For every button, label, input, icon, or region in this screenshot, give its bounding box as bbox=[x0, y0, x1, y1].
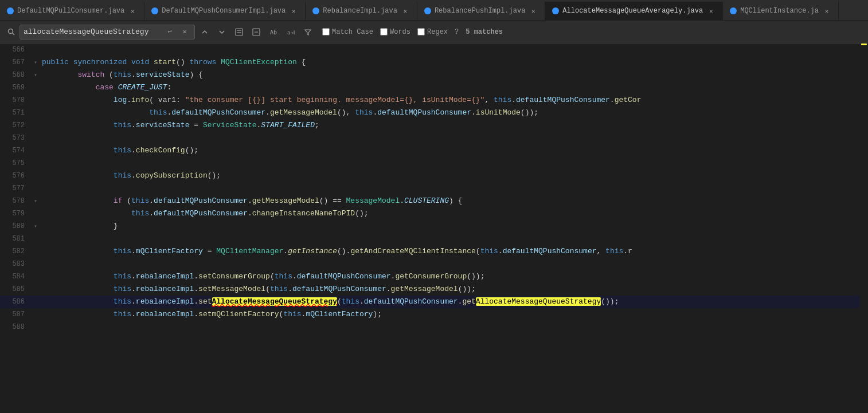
code-line-587: 587 this.rebalanceImpl.setmQClientFactor… bbox=[0, 308, 860, 321]
svg-rect-4 bbox=[237, 32, 241, 33]
line-number-577: 577 bbox=[0, 184, 32, 192]
line-content-586: this.rebalanceImpl.setAllocateMessageQue… bbox=[40, 296, 619, 308]
line-number-586: 586 bbox=[0, 298, 32, 306]
search-icon bbox=[5, 26, 17, 38]
regex-checkbox[interactable] bbox=[417, 28, 425, 36]
replace-button[interactable]: a→b bbox=[283, 25, 298, 40]
match-case-checkbox[interactable] bbox=[322, 28, 330, 36]
line-content-569: case CREATE_JUST: bbox=[40, 81, 171, 94]
line-number-570: 570 bbox=[0, 96, 32, 104]
select-all-matches-button[interactable] bbox=[232, 25, 247, 40]
code-line-585: 585 this.rebalanceImpl.setMessageModel(t… bbox=[0, 283, 860, 296]
line-content-571: this.defaultMQPushConsumer.getMessageMod… bbox=[40, 107, 538, 119]
code-line-582: 582 this.mQClientFactory = MQClientManag… bbox=[0, 245, 860, 258]
code-line-580: 580▾ } bbox=[0, 220, 860, 233]
tab-icon-1 bbox=[7, 7, 14, 14]
line-number-585: 585 bbox=[0, 285, 32, 293]
search-next-button[interactable] bbox=[214, 25, 229, 40]
search-input[interactable] bbox=[24, 27, 161, 36]
match-case-option[interactable]: Match Case bbox=[322, 28, 373, 36]
svg-text:Ab: Ab bbox=[270, 29, 277, 36]
words-checkbox[interactable] bbox=[380, 28, 388, 36]
tab-close-3[interactable]: ✕ bbox=[401, 6, 410, 15]
code-line-588: 588 bbox=[0, 321, 860, 333]
line-number-574: 574 bbox=[0, 147, 32, 155]
line-content-568: switch (this.serviceState) { bbox=[40, 69, 203, 81]
tab-icon-3 bbox=[312, 7, 319, 14]
tab-label-4: RebalancePushImpl.java bbox=[435, 7, 525, 15]
match-case-label: Match Case bbox=[332, 28, 373, 36]
tab-label-6: MQClientInstance.ja bbox=[740, 7, 819, 15]
tab-close-2[interactable]: ✕ bbox=[289, 6, 298, 15]
tab-bar: DefaultMQPullConsumer.java ✕ DefaultMQPu… bbox=[0, 0, 868, 21]
line-content-585: this.rebalanceImpl.setMessageModel(this.… bbox=[40, 283, 476, 296]
code-line-572: 572 this.serviceState = ServiceState.STA… bbox=[0, 119, 860, 132]
code-line-566: 566 bbox=[0, 44, 860, 56]
fold-indicator-580[interactable]: ▾ bbox=[32, 223, 40, 230]
fold-indicator-568[interactable]: ▾ bbox=[32, 72, 40, 78]
search-options: Match Case Words Regex ? bbox=[322, 28, 459, 36]
search-prev-button[interactable] bbox=[197, 25, 212, 40]
filter-button[interactable] bbox=[300, 25, 315, 40]
tab-close-1[interactable]: ✕ bbox=[128, 6, 137, 15]
regex-option[interactable]: Regex bbox=[417, 28, 448, 36]
line-content-580: } bbox=[40, 220, 118, 233]
overview-ruler bbox=[860, 44, 868, 413]
line-number-567: 567 bbox=[0, 58, 32, 66]
tab-icon-4 bbox=[424, 7, 431, 14]
tab-close-5[interactable]: ✕ bbox=[706, 6, 715, 15]
fold-indicator-567[interactable]: ▾ bbox=[32, 59, 40, 66]
tab-label-1: DefaultMQPullConsumer.java bbox=[17, 7, 124, 15]
fold-indicator-578[interactable]: ▾ bbox=[32, 198, 40, 204]
code-line-575: 575 bbox=[0, 157, 860, 170]
code-line-581: 581 bbox=[0, 233, 860, 245]
line-number-583: 583 bbox=[0, 260, 32, 268]
search-input-wrap: ↩ ✕ bbox=[19, 25, 195, 40]
line-number-569: 569 bbox=[0, 84, 32, 92]
match-count: 5 matches bbox=[466, 28, 503, 36]
code-line-579: 579 this.defaultMQPushConsumer.changeIns… bbox=[0, 207, 860, 220]
code-line-568: 568▾ switch (this.serviceState) { bbox=[0, 69, 860, 81]
code-line-584: 584 this.rebalanceImpl.setConsumerGroup(… bbox=[0, 270, 860, 283]
line-content-582: this.mQClientFactory = MQClientManager.g… bbox=[40, 245, 632, 258]
search-help-button[interactable]: ? bbox=[455, 28, 459, 36]
code-line-569: 569 case CREATE_JUST: bbox=[0, 81, 860, 94]
words-option[interactable]: Words bbox=[380, 28, 410, 36]
code-line-570: 570 log.info( var1: "the consumer [{}] s… bbox=[0, 94, 860, 107]
tab-label-5: AllocateMessageQueueAveragely.java bbox=[562, 7, 703, 15]
line-number-587: 587 bbox=[0, 310, 32, 318]
code-line-576: 576 this.copySubscription(); bbox=[0, 170, 860, 182]
tab-file-4[interactable]: RebalancePushImpl.java ✕ bbox=[417, 2, 545, 20]
tab-close-4[interactable]: ✕ bbox=[529, 6, 538, 15]
line-number-571: 571 bbox=[0, 109, 32, 117]
tab-file-1[interactable]: DefaultMQPullConsumer.java ✕ bbox=[0, 2, 144, 20]
line-content-567: public synchronized void start() throws … bbox=[40, 56, 306, 69]
line-number-584: 584 bbox=[0, 273, 32, 281]
preserve-case-button[interactable]: Ab bbox=[266, 25, 281, 40]
code-line-571: 571 this.defaultMQPushConsumer.getMessag… bbox=[0, 107, 860, 119]
tab-close-6[interactable]: ✕ bbox=[822, 6, 831, 15]
tab-label-2: DefaultMQPushConsumerImpl.java bbox=[162, 7, 286, 15]
code-line-573: 573 bbox=[0, 132, 860, 144]
line-content-579: this.defaultMQPushConsumer.changeInstanc… bbox=[40, 207, 369, 220]
line-content-584: this.rebalanceImpl.setConsumerGroup(this… bbox=[40, 270, 484, 283]
clear-search-icon[interactable]: ↩ bbox=[163, 26, 176, 38]
tab-file-5[interactable]: AllocateMessageQueueAveragely.java ✕ bbox=[545, 2, 723, 20]
find-in-selection-button[interactable] bbox=[249, 25, 264, 40]
line-number-578: 578 bbox=[0, 197, 32, 205]
svg-line-1 bbox=[12, 33, 14, 36]
line-number-581: 581 bbox=[0, 235, 32, 243]
tab-label-3: RebalanceImpl.java bbox=[323, 7, 397, 15]
tab-icon-2 bbox=[151, 7, 158, 14]
code-content: 566567▾public synchronized void start() … bbox=[0, 44, 860, 413]
line-number-580: 580 bbox=[0, 222, 32, 230]
line-number-576: 576 bbox=[0, 172, 32, 180]
tab-file-6[interactable]: MQClientInstance.ja ✕ bbox=[723, 2, 839, 20]
close-search-icon[interactable]: ✕ bbox=[178, 26, 191, 38]
tab-file-3[interactable]: RebalanceImpl.java ✕ bbox=[306, 2, 417, 20]
line-content-578: if (this.defaultMQPushConsumer.getMessag… bbox=[40, 195, 462, 207]
code-area: 566567▾public synchronized void start() … bbox=[0, 44, 868, 413]
svg-point-0 bbox=[8, 29, 13, 34]
tab-file-2[interactable]: DefaultMQPushConsumerImpl.java ✕ bbox=[144, 2, 306, 20]
line-content-576: this.copySubscription(); bbox=[40, 170, 221, 182]
